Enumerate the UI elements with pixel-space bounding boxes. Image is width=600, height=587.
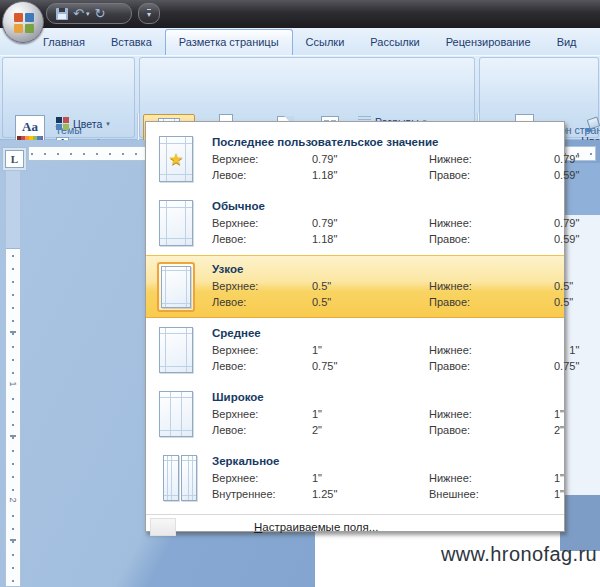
right-value: 0.59" — [554, 231, 579, 247]
menu-gutter-icon — [150, 518, 176, 536]
tab-view[interactable]: Вид — [544, 30, 590, 55]
page-color-icon — [585, 117, 600, 132]
customize-quick-access-icon[interactable]: ▾ — [138, 3, 160, 24]
custom-margins-item[interactable]: Настраиваемые поля... — [146, 515, 564, 539]
tab-stop-selector[interactable]: L — [5, 150, 24, 168]
themes-icon: Aa — [15, 115, 45, 142]
inside-value: 1.25" — [312, 486, 429, 502]
top-value: 1" — [312, 406, 429, 422]
site-watermark: www.hronofag.ru — [441, 543, 597, 566]
preset-title: Среднее — [212, 327, 579, 339]
preset-title: Узкое — [212, 263, 573, 275]
top-label: Верхнее: — [212, 151, 312, 167]
office-button[interactable] — [2, 1, 44, 43]
left-label: Левое: — [212, 422, 312, 438]
preset-title: Широкое — [212, 391, 564, 403]
bottom-value: 0.5" — [554, 278, 573, 294]
ruler-half-marks — [10, 281, 16, 582]
right-label: Правое: — [429, 358, 554, 374]
chevron-down-icon: ▾ — [106, 120, 110, 128]
left-label: Левое: — [212, 294, 312, 310]
undo-dropdown-icon[interactable]: ▾ — [86, 10, 90, 18]
top-label: Верхнее: — [212, 278, 312, 294]
right-label: Правое: — [429, 422, 554, 438]
margin-preset-normal[interactable]: Обычное Верхнее: 0.79" Нижнее: 0.79" Лев… — [146, 191, 564, 255]
bottom-value: 0.79" — [554, 215, 579, 231]
bottom-label: Нижнее: — [429, 278, 554, 294]
right-value: 0.75" — [554, 358, 579, 374]
preset-title: Обычное — [212, 200, 579, 212]
ruler-number: 1 — [8, 379, 18, 389]
top-value: 1" — [312, 470, 429, 486]
bottom-label: Нижнее: — [429, 342, 554, 358]
right-label: Правое: — [429, 167, 554, 183]
top-label: Верхнее: — [212, 470, 312, 486]
top-label: Верхнее: — [212, 342, 312, 358]
right-label: Правое: — [429, 294, 554, 310]
left-label: Левое: — [212, 167, 312, 183]
moderate-page-icon — [154, 321, 198, 379]
star-page-icon — [154, 130, 198, 188]
top-label: Верхнее: — [212, 406, 312, 422]
right-value: 0.5" — [554, 294, 573, 310]
tab-page-layout[interactable]: Разметка страницы — [165, 29, 293, 55]
bottom-label: Нижнее: — [429, 470, 554, 486]
left-label: Левое: — [212, 231, 312, 247]
save-icon[interactable] — [56, 8, 68, 20]
right-label: Правое: — [429, 231, 554, 247]
top-value: 1" — [312, 342, 429, 358]
narrow-page-icon — [154, 258, 198, 316]
preset-title: Последнее пользовательское значение — [212, 136, 579, 148]
tab-references[interactable]: Ссылки — [293, 30, 358, 55]
bottom-label: Нижнее: — [429, 151, 554, 167]
theme-colors-label: Цвета — [73, 118, 102, 130]
left-value: 1.18" — [312, 231, 429, 247]
bottom-label: Нижнее: — [429, 406, 554, 422]
margins-dropdown-menu: Последнее пользовательское значение Верх… — [145, 121, 565, 532]
vertical-ruler[interactable]: 1 2 — [5, 170, 21, 587]
custom-margins-label: Настраиваемые поля... — [254, 521, 378, 533]
left-value: 1.18" — [312, 167, 429, 183]
margin-preset-wide[interactable]: Широкое Верхнее: 1" Нижнее: 1" Левое: 2"… — [146, 382, 564, 446]
quick-access-toolbar: ↶ ▾ ↻ — [46, 3, 132, 24]
mirrored-pages-icon — [154, 449, 206, 507]
inside-label: Внутреннее: — [212, 486, 312, 502]
top-label: Верхнее: — [212, 215, 312, 231]
margin-preset-last-custom[interactable]: Последнее пользовательское значение Верх… — [146, 127, 564, 191]
tab-mailings[interactable]: Рассылки — [357, 30, 432, 55]
top-value: 0.79" — [312, 151, 429, 167]
bottom-value: 0.79" — [554, 151, 579, 167]
top-value: 0.5" — [312, 278, 429, 294]
undo-icon[interactable]: ↶ — [73, 4, 84, 23]
left-value: 0.75" — [312, 358, 429, 374]
margin-preset-narrow[interactable]: Узкое Верхнее: 0.5" Нижнее: 0.5" Левое: … — [146, 255, 564, 318]
right-value: 2" — [554, 422, 564, 438]
theme-colors-icon — [56, 117, 69, 130]
right-value: 0.59" — [554, 167, 579, 183]
bottom-value: 1" — [554, 470, 564, 486]
ribbon-tab-row: Главная Вставка Разметка страницы Ссылки… — [0, 28, 600, 55]
theme-colors-button[interactable]: Цвета ▾ — [56, 117, 110, 130]
margin-preset-moderate[interactable]: Среднее Верхнее: 1" Нижнее: 1" Левое: 0.… — [146, 318, 564, 382]
title-bar: ↶ ▾ ↻ ▾ — [0, 0, 600, 28]
bottom-label: Нижнее: — [429, 215, 554, 231]
redo-icon[interactable]: ↻ — [94, 4, 105, 23]
left-value: 2" — [312, 422, 429, 438]
margin-preset-mirrored[interactable]: Зеркальное Верхнее: 1" Нижнее: 1" Внутре… — [146, 446, 564, 510]
wide-page-icon — [154, 385, 198, 443]
bottom-value: 1" — [554, 406, 564, 422]
bottom-value: 1" — [554, 342, 579, 358]
top-value: 0.79" — [312, 215, 429, 231]
ruler-margin-zone — [6, 171, 20, 249]
word-window: ↶ ▾ ↻ ▾ Главная Вставка Разметка страниц… — [0, 0, 600, 587]
outside-value: 1" — [554, 486, 564, 502]
ruler-number: 2 — [8, 495, 18, 505]
tab-insert[interactable]: Вставка — [98, 30, 165, 55]
left-value: 0.5" — [312, 294, 429, 310]
normal-page-icon — [154, 194, 198, 252]
office-logo-icon — [14, 13, 34, 33]
preset-title: Зеркальное — [212, 455, 564, 467]
left-label: Левое: — [212, 358, 312, 374]
outside-label: Внешнее: — [429, 486, 554, 502]
tab-review[interactable]: Рецензирование — [433, 30, 544, 55]
